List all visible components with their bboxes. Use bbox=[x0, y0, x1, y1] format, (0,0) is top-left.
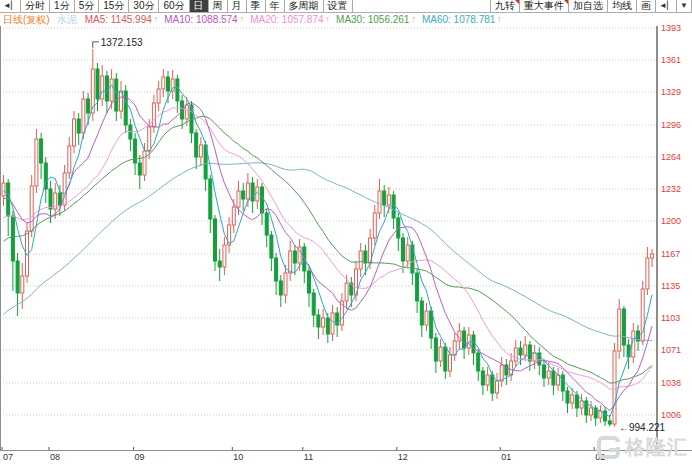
chart-legend: 日线(复权) 水泥 MA5: 1145.994↑MA10: 1088.574↑M… bbox=[3, 13, 508, 26]
ma10-legend: MA10: 1088.574 bbox=[164, 13, 237, 26]
candlestick-series bbox=[2, 49, 654, 427]
svg-text:10: 10 bbox=[233, 452, 243, 462]
svg-text:1135: 1135 bbox=[661, 281, 680, 291]
major-events-button[interactable]: 重大事件 bbox=[520, 0, 569, 12]
ma60-legend: MA60: 1078.781 bbox=[422, 13, 495, 26]
svg-text:09: 09 bbox=[135, 452, 145, 462]
up-arrow-icon: ↑ bbox=[497, 13, 502, 26]
svg-text:1103: 1103 bbox=[661, 313, 680, 323]
date-axis-labels: 0708091011120102 bbox=[2, 447, 605, 462]
price-chart[interactable]: 1393136113291296126412321200116711351103… bbox=[0, 26, 692, 465]
ma20-legend: MA20: 1057.874 bbox=[250, 13, 323, 26]
period-tabs: ◄▏分时1分5分15分30分60分日周月季年多周期设置 bbox=[0, 0, 353, 12]
symbol-watermark: 水泥 bbox=[57, 13, 77, 26]
svg-text:12: 12 bbox=[398, 452, 408, 462]
svg-text:1372.153: 1372.153 bbox=[101, 37, 143, 48]
add-watchlist-button[interactable]: 加自选 bbox=[569, 0, 608, 12]
price-axis-labels: 1393136113291296126412321200116711351103… bbox=[661, 23, 681, 420]
svg-text:1232: 1232 bbox=[661, 184, 681, 194]
svg-text:1200: 1200 bbox=[661, 216, 681, 226]
tab-week[interactable]: 周 bbox=[209, 0, 228, 12]
svg-text:1167: 1167 bbox=[661, 249, 680, 259]
svg-text:1393: 1393 bbox=[661, 23, 681, 33]
tab-month[interactable]: 月 bbox=[228, 0, 247, 12]
high-annotation: 1372.153 bbox=[93, 37, 143, 48]
up-arrow-icon: ↑ bbox=[154, 13, 159, 26]
svg-text:1006: 1006 bbox=[661, 410, 681, 420]
nine-turn-button[interactable]: 九转 bbox=[490, 0, 520, 12]
toolbar: ◄▏分时1分5分15分30分60分日周月季年多周期设置 九转重大事件加自选均线画… bbox=[0, 0, 692, 13]
svg-text:08: 08 bbox=[50, 452, 60, 462]
svg-text:01: 01 bbox=[501, 452, 511, 462]
brand-watermark: 格隆汇 bbox=[597, 434, 688, 461]
svg-text:07: 07 bbox=[3, 452, 13, 462]
low-annotation: ←994.221 bbox=[619, 422, 666, 433]
brand-name: 格隆汇 bbox=[625, 434, 688, 461]
settings-button[interactable]: 设置 bbox=[324, 0, 353, 12]
tab-60min[interactable]: 60分 bbox=[159, 0, 189, 12]
new-badge-icon bbox=[515, 0, 519, 4]
new-badge-icon bbox=[564, 0, 568, 4]
up-arrow-icon: ↑ bbox=[411, 13, 416, 26]
tab-15min[interactable]: 15分 bbox=[99, 0, 129, 12]
collapse-left-icon[interactable]: ◄▏ bbox=[0, 0, 21, 12]
up-arrow-icon: ↑ bbox=[326, 13, 331, 26]
tab-1min[interactable]: 1分 bbox=[50, 0, 75, 12]
period-label: 日线(复权) bbox=[3, 13, 50, 26]
ma-toggle-button[interactable]: 均线 bbox=[608, 0, 637, 12]
stock-chart-app: { "toolbar": { "left": [ {"label":"◄▏","… bbox=[0, 0, 692, 465]
svg-text:←994.221: ←994.221 bbox=[619, 422, 666, 433]
svg-text:1329: 1329 bbox=[661, 87, 681, 97]
tab-5min[interactable]: 5分 bbox=[75, 0, 100, 12]
ma-lines bbox=[4, 85, 653, 417]
svg-text:1038: 1038 bbox=[661, 378, 681, 388]
svg-text:1264: 1264 bbox=[661, 152, 681, 162]
tab-30min[interactable]: 30分 bbox=[129, 0, 159, 12]
svg-text:11: 11 bbox=[304, 452, 313, 462]
collapse-right-icon[interactable]: ◄▏ bbox=[656, 0, 677, 12]
brand-logo-icon bbox=[597, 436, 620, 459]
ma30-legend: MA30: 1056.261 bbox=[336, 13, 409, 26]
ma5-line bbox=[4, 85, 653, 417]
svg-text:1296: 1296 bbox=[661, 120, 681, 130]
ma10-line bbox=[4, 96, 653, 410]
ma20-line bbox=[4, 108, 653, 389]
tool-buttons: 九转重大事件加自选均线画◄▏▼ bbox=[490, 0, 692, 12]
more-dropdown-icon[interactable]: ▼ bbox=[677, 0, 692, 12]
tab-year[interactable]: 年 bbox=[266, 0, 285, 12]
ma5-legend: MA5: 1145.994 bbox=[85, 13, 152, 26]
draw-button[interactable]: 画 bbox=[637, 0, 656, 12]
tab-quarter[interactable]: 季 bbox=[247, 0, 266, 12]
up-arrow-icon: ↑ bbox=[240, 13, 245, 26]
svg-text:1071: 1071 bbox=[661, 345, 681, 355]
svg-text:1361: 1361 bbox=[661, 55, 681, 65]
tab-multi-period[interactable]: 多周期 bbox=[285, 0, 324, 12]
tab-intraday[interactable]: 分时 bbox=[21, 0, 50, 12]
tab-day[interactable]: 日 bbox=[190, 0, 209, 12]
